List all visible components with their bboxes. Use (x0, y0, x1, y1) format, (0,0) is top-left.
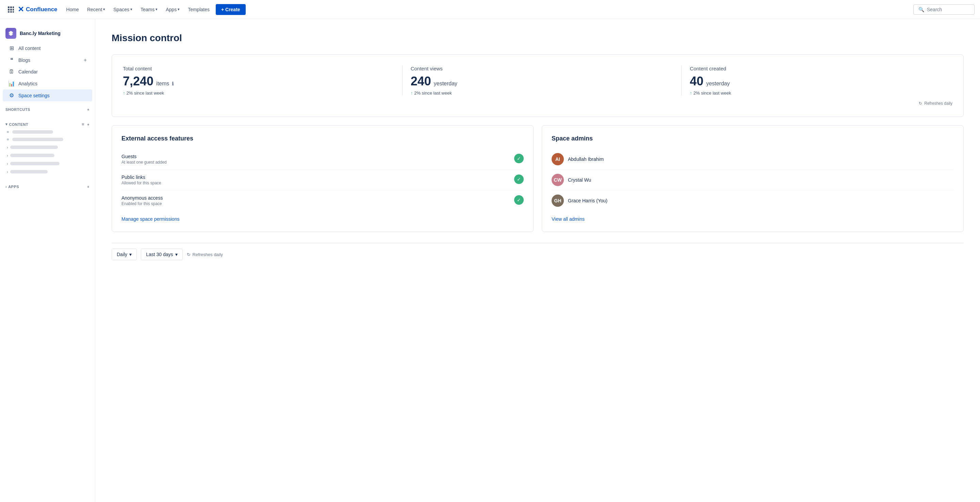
content-item-5[interactable]: › (0, 159, 95, 168)
blogs-label: Blogs (18, 57, 80, 63)
sidebar-item-space-settings[interactable]: ⚙ Space settings (3, 89, 92, 102)
spaces-nav[interactable]: Spaces ▾ (110, 5, 136, 14)
public-links-desc: Allowed for this space (121, 181, 161, 185)
info-icon[interactable]: ℹ (172, 81, 173, 86)
content-section: ▾ CONTENT ≡ + (0, 118, 95, 128)
refresh-note: ↻ Refreshes daily (123, 101, 953, 106)
content-chevron-icon[interactable]: ▾ (5, 122, 8, 127)
bottom-bar: Daily ▾ Last 30 days ▾ ↻ Refreshes daily (111, 243, 964, 265)
up-arrow-icon: ↑ (411, 91, 413, 95)
add-app-icon[interactable]: + (87, 185, 89, 189)
admin-name-2: Crystal Wu (568, 177, 591, 183)
content-created-value: 40 yesterday (690, 74, 953, 89)
sidebar-item-blogs[interactable]: ❝ Blogs + (3, 54, 92, 66)
sidebar-item-all-content[interactable]: ⊞ All content (3, 42, 92, 54)
confluence-logo[interactable]: ✕ Confluence (18, 5, 57, 14)
templates-label: Templates (188, 7, 210, 12)
shortcuts-label: SHORTCUTS (5, 108, 87, 111)
view-all-admins-link[interactable]: View all admins (552, 216, 585, 222)
admin-item-3: GH Grace Harris (You) (552, 191, 954, 211)
filter-icon[interactable]: ≡ (82, 122, 84, 127)
svg-rect-6 (8, 11, 10, 13)
content-views-value: 240 yesterday (411, 74, 673, 89)
last-30-select[interactable]: Last 30 days ▾ (141, 249, 182, 260)
stats-card: Total content 7,240 items ℹ ↑ 2% since l… (111, 54, 964, 117)
cards-row: External access features Guests At least… (111, 125, 964, 232)
add-blog-icon[interactable]: + (84, 57, 87, 63)
all-content-label: All content (18, 46, 87, 51)
svg-rect-7 (10, 11, 12, 13)
create-button[interactable]: + Create (216, 4, 246, 15)
content-bar-4 (10, 154, 54, 157)
search-icon: 🔍 (918, 7, 924, 12)
last-30-arrow-icon: ▾ (175, 252, 178, 257)
sidebar-space[interactable]: Banc.ly Marketing (0, 24, 95, 42)
svg-rect-3 (8, 9, 10, 11)
space-admins-title: Space admins (552, 135, 954, 142)
home-label: Home (66, 7, 79, 12)
anonymous-access-name: Anonymous access (121, 195, 163, 201)
refresh-icon: ↻ (919, 101, 922, 106)
total-content-value: 7,240 items ℹ (123, 74, 394, 89)
recent-label: Recent (87, 7, 102, 12)
apps-nav[interactable]: Apps ▾ (162, 5, 183, 14)
public-links-name: Public links (121, 175, 161, 180)
spaces-arrow-icon: ▾ (130, 7, 132, 11)
content-bar-6 (10, 170, 48, 173)
content-item-1[interactable] (0, 128, 95, 136)
sidebar-item-analytics[interactable]: 📊 Analytics (3, 78, 92, 89)
grid-menu-icon[interactable] (5, 4, 16, 15)
content-views-change: ↑ 2% since last week (411, 91, 673, 95)
avatar-img-3: GH (552, 195, 564, 207)
daily-arrow-icon: ▾ (129, 252, 132, 257)
total-content-stat: Total content 7,240 items ℹ ↑ 2% since l… (123, 66, 394, 95)
templates-nav[interactable]: Templates (185, 5, 213, 14)
content-item-2[interactable] (0, 136, 95, 143)
main-content: Mission control Total content 7,240 item… (95, 19, 980, 502)
space-name: Banc.ly Marketing (20, 30, 60, 36)
apps-arrow-icon: ▾ (178, 7, 180, 11)
total-content-label: Total content (123, 66, 394, 71)
daily-select[interactable]: Daily ▾ (111, 249, 137, 260)
topnav: ✕ Confluence Home Recent ▾ Spaces ▾ Team… (0, 0, 980, 19)
analytics-icon: 📊 (8, 80, 15, 87)
up-arrow-icon: ↑ (690, 91, 692, 95)
space-icon (5, 28, 16, 39)
apps-section: › APPS + (0, 181, 95, 190)
space-admins-card: Space admins AI Abdullah Ibrahim CW Crys… (542, 125, 964, 232)
calendar-label: Calendar (18, 69, 87, 75)
admin-item-1: AI Abdullah Ibrahim (552, 149, 954, 170)
manage-permissions-link[interactable]: Manage space permissions (121, 216, 179, 222)
anonymous-access-item: Anonymous access Enabled for this space … (121, 191, 524, 211)
add-shortcut-icon[interactable]: + (87, 108, 89, 111)
content-item-4[interactable]: › (0, 151, 95, 159)
apps-label: APPS (8, 185, 87, 189)
content-bar-1 (12, 130, 53, 133)
apps-label: Apps (166, 7, 177, 12)
svg-rect-8 (13, 11, 14, 13)
sidebar-item-calendar[interactable]: 🗓 Calendar (3, 66, 92, 78)
content-bar-3 (10, 146, 58, 149)
content-views-stat: Content views 240 yesterday ↑ 2% since l… (402, 66, 673, 95)
add-content-icon[interactable]: + (87, 122, 89, 127)
content-item-3[interactable]: › (0, 143, 95, 151)
search-box[interactable]: 🔍 Search (913, 5, 975, 14)
bullet-icon (7, 138, 9, 140)
avatar-img-2: CW (552, 174, 564, 186)
admin-item-2: CW Crystal Wu (552, 170, 954, 191)
admin-name-1: Abdullah Ibrahim (568, 156, 604, 162)
home-nav[interactable]: Home (63, 5, 82, 14)
up-arrow-icon: ↑ (123, 91, 125, 95)
apps-chevron-icon[interactable]: › (5, 185, 7, 189)
spaces-label: Spaces (113, 7, 129, 12)
svg-rect-5 (13, 9, 14, 11)
teams-nav[interactable]: Teams ▾ (137, 5, 161, 14)
recent-nav[interactable]: Recent ▾ (84, 5, 108, 14)
admin-avatar-2: CW (552, 174, 564, 186)
public-links-item: Public links Allowed for this space ✓ (121, 170, 524, 191)
teams-arrow-icon: ▾ (156, 7, 158, 11)
content-item-6[interactable]: › (0, 168, 95, 176)
search-placeholder: Search (927, 7, 942, 12)
guests-check-icon: ✓ (514, 154, 524, 163)
recent-arrow-icon: ▾ (103, 7, 105, 11)
